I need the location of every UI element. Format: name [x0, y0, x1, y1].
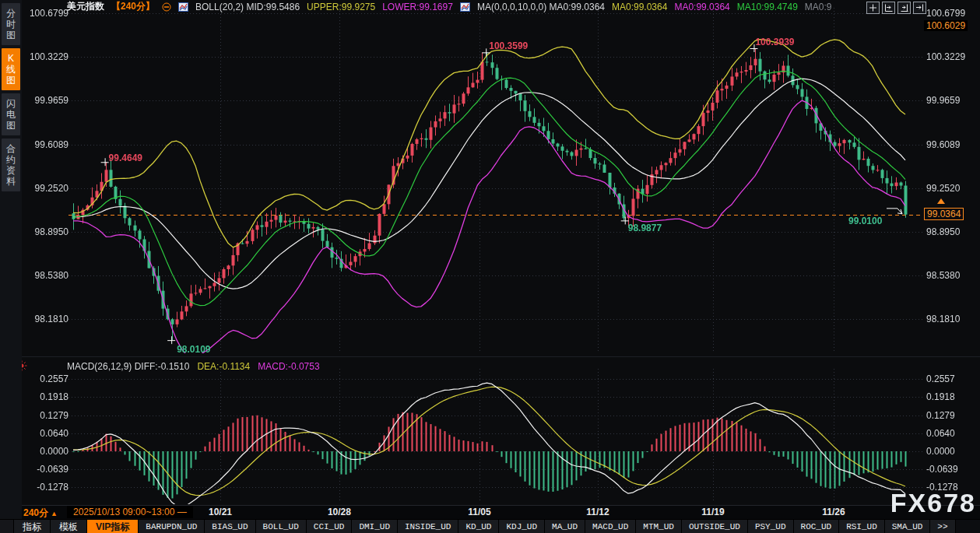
session-high-badge: 100.6029 — [924, 20, 968, 31]
price-axis-label: 99.6089 — [926, 139, 960, 150]
chart-annotation: 98.9877 — [628, 223, 662, 233]
tab-kd-ud[interactable]: KD_UD — [458, 520, 499, 533]
header-value: MA10:99.4749 — [737, 2, 798, 12]
x-axis-date: 11/12 — [586, 507, 609, 517]
price-axis-label: 99.2520 — [25, 183, 68, 194]
price-axis-label: 98.8950 — [926, 226, 960, 237]
tab-outside-ud[interactable]: OUTSIDE_UD — [682, 520, 748, 533]
indicator-chart-icon[interactable] — [460, 2, 470, 12]
macd-axis-label: 0.0640 — [25, 428, 68, 439]
macd-axis-label: 0.0640 — [926, 428, 955, 439]
macd-axis-label: 0.1918 — [25, 391, 68, 402]
left-sidebar: 分时图K线图闪电图合约资料 — [0, 0, 22, 533]
macd-axis-label: -0.0639 — [926, 464, 958, 475]
pan-icon[interactable] — [866, 2, 880, 14]
macd-axis-label: -0.1278 — [25, 482, 68, 493]
price-axis-label: 99.2520 — [926, 183, 960, 194]
chart-region: 美元指数【240分】BOLL(20,2) MID:99.5486UPPER:99… — [22, 0, 980, 533]
sidebar-item-kline-chart[interactable]: K线图 — [2, 48, 20, 90]
dropdown-arrow-icon: ▲ — [51, 510, 58, 517]
tab-kdj-ud[interactable]: KDJ_UD — [499, 520, 545, 533]
header-value: 美元指数 — [67, 0, 104, 13]
panel-divider — [22, 356, 980, 357]
price-up-arrow-icon — [937, 198, 945, 204]
price-axis-label: 98.5380 — [25, 270, 68, 281]
macd-header-value: DEA:-0.1134 — [197, 361, 250, 372]
price-axis-label: 98.1810 — [926, 314, 960, 324]
price-axis-label: 98.1810 — [25, 314, 68, 324]
goto-latest-icon[interactable] — [913, 2, 926, 14]
macd-axis-label: 0.0000 — [25, 446, 68, 457]
watermark: FX678 — [890, 488, 976, 518]
header-value: LOWER:99.1697 — [382, 2, 453, 12]
tab-rsi-ud[interactable]: RSI_UD — [839, 520, 885, 533]
tab-inside-ud[interactable]: INSIDE_UD — [398, 520, 458, 533]
tab-roc-ud[interactable]: ROC_UD — [794, 520, 840, 533]
x-axis-date: 11/26 — [822, 507, 845, 517]
header-value: MA0:99.0364 — [612, 2, 667, 12]
indicator-chart-icon[interactable] — [178, 2, 188, 12]
chart-annotation: 99.0100 — [848, 216, 882, 226]
x-axis-date: 10/21 — [209, 507, 232, 517]
scale-y-right-icon[interactable] — [897, 2, 911, 14]
macd-header-value: MACD:-0.0753 — [258, 361, 319, 372]
bottom-toolbar: 指标模板VIP指标BARUPDN_UDBIAS_UDBOLL_UDCCI_UDD… — [0, 519, 980, 533]
last-price-badge: 99.0364 — [924, 208, 964, 220]
header-value: 【240分】 — [111, 0, 155, 13]
tab-macd-ud[interactable]: MACD_UD — [585, 520, 636, 533]
tab-bias-ud[interactable]: BIAS_UD — [205, 520, 255, 533]
tab-cci-ud[interactable]: CCI_UD — [307, 520, 353, 533]
tab-ma-ud[interactable]: MA_UD — [545, 520, 585, 533]
header-value: MA0:9 — [805, 2, 832, 12]
tab-mtm-ud[interactable]: MTM_UD — [636, 520, 682, 533]
price-axis-label: 99.9659 — [25, 95, 68, 106]
price-axis-label: 98.5380 — [926, 270, 960, 281]
tab-more[interactable]: >> — [930, 520, 955, 533]
tab-boll-ud[interactable]: BOLL_UD — [256, 520, 307, 533]
x-axis-date: 10/28 — [328, 507, 351, 517]
price-axis-label: 99.9659 — [926, 95, 960, 106]
chart-annotation: 100.3939 — [755, 37, 794, 47]
macd-axis-label: 0.1279 — [926, 410, 955, 421]
price-axis-label: 99.6089 — [25, 139, 68, 150]
price-chart-canvas[interactable] — [22, 0, 980, 506]
chart-annotation: 99.4649 — [109, 153, 142, 163]
price-axis-label: 100.6799 — [926, 8, 965, 19]
macd-axis-label: 0.0000 — [926, 446, 955, 457]
time-axis: 240分▲ 2025/10/13 09:00~13:00 — 10/2110/2… — [22, 505, 980, 519]
chart-header: 美元指数【240分】BOLL(20,2) MID:99.5486UPPER:99… — [67, 1, 832, 12]
tab-vip-indicators[interactable]: VIP指标 — [87, 520, 139, 533]
price-axis-label: 100.6799 — [25, 8, 68, 19]
session-range: 2025/10/13 09:00~13:00 — — [67, 506, 193, 518]
header-value: UPPER:99.9275 — [307, 2, 375, 12]
macd-header: MACD(26,12,9) DIFF:-0.1510DEA:-0.1134MAC… — [67, 361, 320, 372]
tab-barupdn-ud[interactable]: BARUPDN_UD — [139, 520, 205, 533]
toolbar-corner — [0, 520, 14, 533]
header-value: MA(0,0,0,10,0,0) MA0:99.0364 — [477, 2, 605, 12]
chart-annotation: 98.0109 — [177, 344, 210, 355]
price-axis-label: 100.3229 — [926, 51, 965, 62]
collapse-icon[interactable] — [162, 2, 171, 12]
price-axis-label: 100.3229 — [25, 51, 68, 62]
macd-axis-label: -0.0639 — [25, 464, 68, 475]
tab-dmi-ud[interactable]: DMI_UD — [352, 520, 398, 533]
macd-axis-label: 0.2557 — [926, 373, 955, 384]
chart-annotation: 100.3599 — [489, 40, 528, 51]
timeframe-selector[interactable]: 240分▲ — [23, 507, 58, 520]
header-value: MA0:99.0364 — [674, 2, 729, 12]
sidebar-item-flash-chart[interactable]: 闪电图 — [2, 93, 20, 135]
chart-tools — [866, 2, 926, 14]
macd-header-value: MACD(26,12,9) DIFF:-0.1510 — [67, 361, 189, 372]
sidebar-item-contract-info[interactable]: 合约资料 — [2, 139, 20, 191]
header-value: BOLL(20,2) MID:99.5486 — [195, 2, 300, 12]
sidebar-item-time-share-chart[interactable]: 分时图 — [2, 3, 20, 45]
tab-sma-ud[interactable]: SMA_UD — [885, 520, 931, 533]
tab-psy-ud[interactable]: PSY_UD — [748, 520, 794, 533]
scale-y-left-icon[interactable] — [882, 2, 895, 14]
tab-indicators[interactable]: 指标 — [14, 520, 51, 533]
macd-axis-label: 0.1279 — [25, 410, 68, 421]
tab-templates[interactable]: 模板 — [51, 520, 87, 533]
x-axis-date: 11/19 — [701, 507, 724, 517]
macd-axis-label: 0.1918 — [926, 391, 955, 402]
x-axis-date: 11/05 — [468, 507, 490, 517]
